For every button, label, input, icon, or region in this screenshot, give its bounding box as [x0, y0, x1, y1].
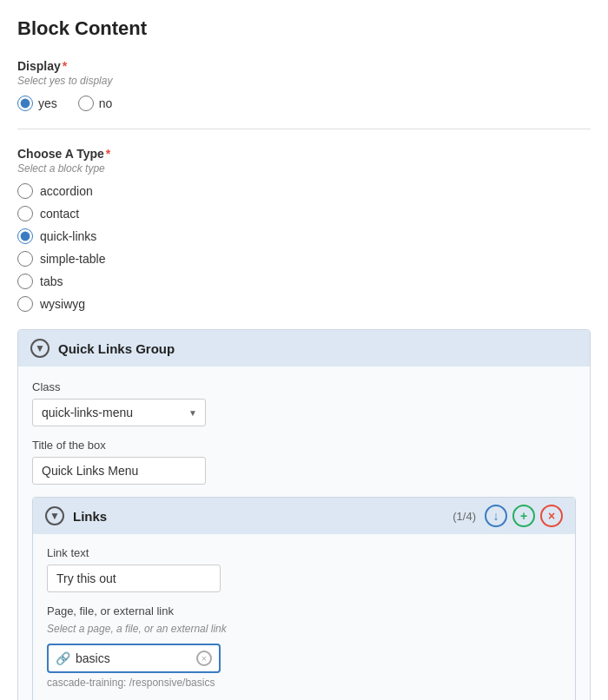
- display-yes-label: yes: [38, 96, 57, 110]
- type-contact-option[interactable]: contact: [17, 206, 591, 221]
- page-container: Block Content Display* Select yes to dis…: [0, 0, 608, 700]
- choose-type-section: Choose A Type* Select a block type accor…: [17, 147, 591, 312]
- required-star-2: *: [106, 147, 110, 161]
- required-star: *: [63, 59, 67, 73]
- title-box-input[interactable]: [32, 457, 206, 485]
- class-label: Class: [32, 380, 576, 393]
- page-link-field: Page, file, or external link Select a pa…: [47, 604, 561, 689]
- links-add-button[interactable]: +: [512, 505, 535, 527]
- link-path: cascade-training: /responsive/basics: [47, 677, 561, 689]
- divider-1: [17, 129, 591, 129]
- link-field-container: 🔗 basics ×: [47, 644, 221, 673]
- type-wysiwyg-option[interactable]: wysiwyg: [17, 296, 591, 312]
- type-contact-radio[interactable]: [17, 206, 33, 221]
- link-text-field: Link text: [47, 546, 561, 592]
- link-text-label: Link text: [47, 546, 561, 559]
- page-link-hint: Select a page, a file, or an external li…: [47, 623, 561, 635]
- class-field: Class quick-links-menu quick-links-sideb…: [32, 380, 576, 426]
- quick-links-group-title: Quick Links Group: [58, 341, 578, 356]
- display-section: Display* Select yes to display yes no: [17, 59, 591, 111]
- type-quick-links-label: quick-links: [40, 229, 96, 243]
- links-body: Link text Page, file, or external link S…: [33, 534, 575, 700]
- choose-type-label: Choose A Type*: [17, 147, 591, 161]
- title-box-field: Title of the box: [32, 439, 576, 485]
- links-title: Links: [73, 509, 444, 524]
- type-accordion-radio[interactable]: [17, 183, 33, 199]
- links-header[interactable]: ▼ Links (1/4) ↓ + ×: [33, 498, 575, 534]
- links-collapse-icon: ▼: [45, 506, 64, 525]
- type-quick-links-radio[interactable]: [17, 228, 33, 244]
- link-clear-button[interactable]: ×: [196, 650, 212, 666]
- display-label: Display*: [17, 59, 591, 73]
- links-remove-button[interactable]: ×: [540, 505, 563, 527]
- block-type-radio-list: accordion contact quick-links simple-tab…: [17, 183, 591, 312]
- page-link-label: Page, file, or external link: [47, 604, 561, 617]
- quick-links-group-header[interactable]: ▼ Quick Links Group: [18, 330, 590, 367]
- quick-links-group-body: Class quick-links-menu quick-links-sideb…: [18, 367, 590, 700]
- type-tabs-option[interactable]: tabs: [17, 274, 591, 289]
- links-move-down-button[interactable]: ↓: [485, 505, 507, 527]
- type-quick-links-option[interactable]: quick-links: [17, 228, 591, 244]
- link-text-input[interactable]: [47, 565, 221, 592]
- display-yes-radio[interactable]: [17, 96, 33, 111]
- display-no-option[interactable]: no: [78, 96, 113, 111]
- class-select[interactable]: quick-links-menu quick-links-sidebar qui…: [32, 399, 206, 426]
- links-section: ▼ Links (1/4) ↓ + × Link text: [32, 497, 576, 700]
- display-no-radio[interactable]: [78, 96, 94, 111]
- display-hint: Select yes to display: [17, 75, 591, 87]
- type-accordion-option[interactable]: accordion: [17, 183, 591, 199]
- quick-links-group-section: ▼ Quick Links Group Class quick-links-me…: [17, 329, 591, 700]
- display-yes-option[interactable]: yes: [17, 96, 57, 111]
- type-tabs-radio[interactable]: [17, 274, 33, 289]
- links-counter: (1/4): [453, 510, 476, 523]
- page-title: Block Content: [17, 17, 591, 40]
- type-tabs-label: tabs: [40, 274, 63, 288]
- type-simple-table-option[interactable]: simple-table: [17, 251, 591, 267]
- type-wysiwyg-radio[interactable]: [17, 296, 33, 312]
- choose-type-hint: Select a block type: [17, 162, 591, 175]
- type-wysiwyg-label: wysiwyg: [40, 297, 85, 311]
- links-header-actions: (1/4) ↓ + ×: [453, 505, 563, 527]
- type-simple-table-radio[interactable]: [17, 251, 33, 267]
- display-no-label: no: [99, 96, 113, 110]
- type-contact-label: contact: [40, 207, 79, 221]
- type-simple-table-label: simple-table: [40, 252, 105, 266]
- display-radio-group: yes no: [17, 96, 591, 111]
- link-field-text: basics: [76, 651, 193, 665]
- link-chain-icon: 🔗: [56, 651, 70, 665]
- quick-links-group-collapse-icon: ▼: [30, 339, 50, 358]
- title-box-label: Title of the box: [32, 439, 576, 452]
- class-select-wrapper: quick-links-menu quick-links-sidebar qui…: [32, 399, 206, 426]
- type-accordion-label: accordion: [40, 184, 93, 198]
